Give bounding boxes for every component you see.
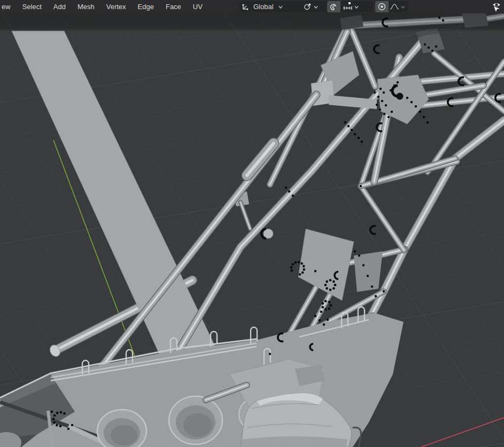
- pivot-point-dropdown[interactable]: [301, 1, 330, 12]
- pivot-point-icon: [303, 2, 312, 11]
- menu-view[interactable]: ew: [0, 0, 17, 13]
- transform-orientation-dropdown[interactable]: Global: [239, 1, 303, 12]
- blender-window: ew Select Add Mesh Vertex Edge Face UV G…: [0, 0, 504, 447]
- menu-uv[interactable]: UV: [187, 0, 208, 13]
- chevron-down-icon: [353, 3, 360, 11]
- menu-select[interactable]: Select: [17, 0, 48, 13]
- chevron-down-icon: [277, 3, 284, 11]
- viewport-header: ew Select Add Mesh Vertex Edge Face UV G…: [0, 0, 504, 13]
- menu-mesh[interactable]: Mesh: [72, 0, 100, 13]
- menu-face[interactable]: Face: [160, 0, 187, 13]
- gusset-plate: [354, 251, 383, 292]
- snap-increment-icon: [342, 2, 353, 12]
- snap-settings[interactable]: [340, 2, 362, 12]
- proportional-editing-icon: [377, 2, 386, 11]
- snap-group: [327, 1, 373, 12]
- transform-orientation-icon: [241, 2, 250, 11]
- viewport-3d[interactable]: [0, 0, 504, 447]
- falloff-dropdown[interactable]: [389, 2, 408, 11]
- snap-magnet-icon: [329, 2, 338, 11]
- menu-edge[interactable]: Edge: [132, 0, 160, 13]
- falloff-curve-icon: [390, 2, 399, 11]
- chevron-down-icon: [399, 3, 407, 11]
- chevron-down-icon: [312, 3, 320, 11]
- show-whole-scene-toggle[interactable]: [491, 1, 503, 13]
- proportional-editing-toggle[interactable]: [375, 1, 389, 12]
- eye-cursor-icon: [491, 1, 503, 13]
- proportional-edit-group: [375, 1, 408, 12]
- orientation-value: Global: [250, 3, 277, 11]
- menu-vertex[interactable]: Vertex: [100, 0, 132, 13]
- menu-add[interactable]: Add: [48, 0, 72, 13]
- pulley-wheel: [263, 229, 273, 238]
- snap-toggle[interactable]: [327, 1, 340, 12]
